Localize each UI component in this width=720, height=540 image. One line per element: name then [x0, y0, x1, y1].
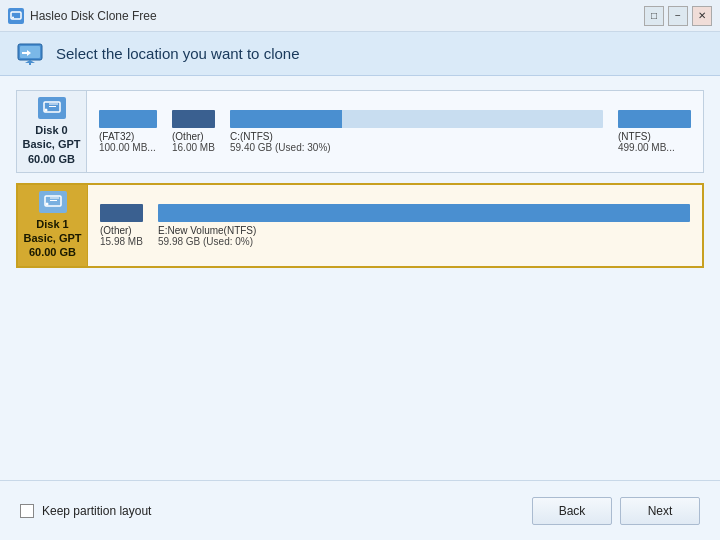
partition-bar-1-0 [100, 204, 143, 222]
header-bar: Select the location you want to clone [0, 32, 720, 76]
partition-bar-container-0-2 [230, 110, 603, 128]
checkbox-area: Keep partition layout [20, 504, 151, 518]
partition-bar-1-1 [158, 204, 690, 222]
partition-type-1-0: (Other) [100, 225, 143, 236]
partition-size-0-2: 59.40 GB (Used: 30%) [230, 142, 603, 153]
partition-bar-0-1 [172, 110, 215, 128]
back-button[interactable]: Back [532, 497, 612, 525]
svg-point-10 [45, 202, 48, 205]
partition-bar-0-3 [618, 110, 691, 128]
partition-type-1-1: E:New Volume(NTFS) [158, 225, 690, 236]
title-bar-controls: □ − ✕ [644, 6, 712, 26]
app-icon [8, 8, 24, 24]
svg-point-6 [44, 109, 47, 112]
next-button[interactable]: Next [620, 497, 700, 525]
partition-0-3: (NTFS) 499.00 MB... [612, 95, 697, 168]
button-area: Back Next [532, 497, 700, 525]
close-button[interactable]: ✕ [692, 6, 712, 26]
disk-label-1: Disk 1Basic, GPT60.00 GB [18, 185, 88, 266]
partition-0-2: C:(NTFS) 59.40 GB (Used: 30%) [224, 95, 609, 168]
disk-row-0[interactable]: Disk 0Basic, GPT60.00 GB (FAT32) 100.00 … [16, 90, 704, 173]
header-icon [16, 42, 44, 66]
disk-name-1: Disk 1Basic, GPT60.00 GB [23, 217, 81, 260]
partition-size-0-0: 100.00 MB... [99, 142, 157, 153]
minimize-button[interactable]: − [668, 6, 688, 26]
disk-icon-1 [39, 191, 67, 213]
svg-point-1 [12, 16, 14, 18]
partition-size-1-1: 59.98 GB (Used: 0%) [158, 236, 690, 247]
partition-bar-0-0 [99, 110, 157, 128]
partitions-area-1: (Other) 15.98 MB E:New Volume(NTFS) 59.9… [88, 185, 702, 266]
disk-name-0: Disk 0Basic, GPT60.00 GB [22, 123, 80, 166]
restore-button[interactable]: □ [644, 6, 664, 26]
partition-0-0: (FAT32) 100.00 MB... [93, 95, 163, 168]
disk-icon-0 [38, 97, 66, 119]
partition-type-0-0: (FAT32) [99, 131, 157, 142]
partition-1-0: (Other) 15.98 MB [94, 189, 149, 262]
title-bar: Hasleo Disk Clone Free □ − ✕ [0, 0, 720, 32]
header-title: Select the location you want to clone [56, 45, 300, 62]
partition-type-0-3: (NTFS) [618, 131, 691, 142]
footer: Keep partition layout Back Next [0, 480, 720, 540]
keep-layout-label: Keep partition layout [42, 504, 151, 518]
partition-size-0-3: 499.00 MB... [618, 142, 691, 153]
partition-0-1: (Other) 16.00 MB [166, 95, 221, 168]
disk-label-0: Disk 0Basic, GPT60.00 GB [17, 91, 87, 172]
partition-bar-fill-0-2 [230, 110, 342, 128]
title-bar-left: Hasleo Disk Clone Free [8, 8, 157, 24]
title-bar-text: Hasleo Disk Clone Free [30, 9, 157, 23]
keep-layout-checkbox[interactable] [20, 504, 34, 518]
disk-row-1[interactable]: Disk 1Basic, GPT60.00 GB (Other) 15.98 M… [16, 183, 704, 268]
partition-type-0-2: C:(NTFS) [230, 131, 603, 142]
partition-size-1-0: 15.98 MB [100, 236, 143, 247]
partition-size-0-1: 16.00 MB [172, 142, 215, 153]
partition-type-0-1: (Other) [172, 131, 215, 142]
partitions-area-0: (FAT32) 100.00 MB... (Other) 16.00 MB C:… [87, 91, 703, 172]
partition-1-1: E:New Volume(NTFS) 59.98 GB (Used: 0%) [152, 189, 696, 262]
main-content: Disk 0Basic, GPT60.00 GB (FAT32) 100.00 … [0, 76, 720, 480]
